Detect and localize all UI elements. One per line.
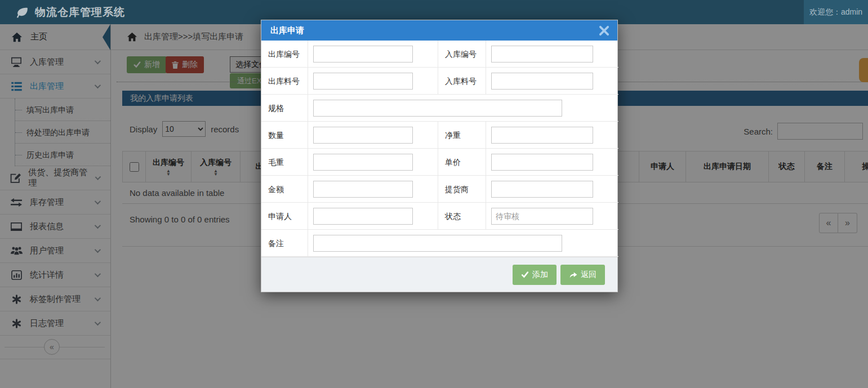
modal-row: 毛重 单价 bbox=[261, 149, 617, 176]
unit-price-input[interactable] bbox=[491, 154, 593, 171]
modal-row: 金额 提货商 bbox=[261, 176, 617, 203]
field-label: 入库料号 bbox=[438, 68, 486, 95]
field-label: 净重 bbox=[438, 122, 486, 149]
field-label: 申请人 bbox=[261, 203, 308, 230]
return-arrow-icon bbox=[569, 271, 577, 278]
modal-footer: 添加 返回 bbox=[261, 257, 617, 292]
field-label: 提货商 bbox=[438, 176, 486, 203]
modal-row: 规格 bbox=[261, 95, 617, 122]
modal-back-button[interactable]: 返回 bbox=[560, 265, 605, 285]
field-label: 规格 bbox=[261, 95, 308, 122]
outbound-request-modal: 出库申请 出库编号 入库编号 出库料号 入库料号 规格 数量 净重 毛重 单价 … bbox=[261, 20, 618, 292]
gross-weight-input[interactable] bbox=[313, 154, 413, 171]
status-input[interactable] bbox=[491, 208, 593, 225]
outbound-no-input[interactable] bbox=[313, 46, 413, 63]
field-label: 毛重 bbox=[261, 149, 308, 176]
check-icon bbox=[521, 271, 529, 278]
outbound-part-no-input[interactable] bbox=[313, 73, 413, 90]
field-label: 金额 bbox=[261, 176, 308, 203]
net-weight-input[interactable] bbox=[491, 127, 593, 144]
quantity-input[interactable] bbox=[313, 127, 413, 144]
field-label: 备注 bbox=[261, 230, 308, 257]
field-label: 数量 bbox=[261, 122, 308, 149]
modal-row: 数量 净重 bbox=[261, 122, 617, 149]
modal-row: 备注 bbox=[261, 230, 617, 257]
applicant-input[interactable] bbox=[313, 208, 413, 225]
close-icon[interactable] bbox=[599, 25, 609, 36]
modal-row: 申请人 状态 bbox=[261, 203, 617, 230]
remark-input[interactable] bbox=[313, 235, 562, 252]
modal-add-button[interactable]: 添加 bbox=[513, 265, 557, 285]
modal-row: 出库编号 入库编号 bbox=[261, 41, 617, 68]
app-title: 物流仓库管理系统 bbox=[35, 5, 125, 20]
modal-title: 出库申请 bbox=[261, 25, 304, 36]
field-label: 出库料号 bbox=[261, 68, 308, 95]
app-brand: 物流仓库管理系统 bbox=[0, 5, 125, 20]
inbound-no-input[interactable] bbox=[491, 46, 593, 63]
field-label: 出库编号 bbox=[261, 41, 308, 68]
field-label: 状态 bbox=[438, 203, 486, 230]
field-label: 单价 bbox=[438, 149, 486, 176]
leaf-logo-icon bbox=[15, 5, 29, 20]
inbound-part-no-input[interactable] bbox=[491, 73, 593, 90]
picker-input[interactable] bbox=[491, 181, 593, 198]
amount-input[interactable] bbox=[313, 181, 413, 198]
modal-header: 出库申请 bbox=[261, 20, 617, 41]
spec-input[interactable] bbox=[313, 100, 562, 117]
field-label: 入库编号 bbox=[438, 41, 486, 68]
modal-row: 出库料号 入库料号 bbox=[261, 68, 617, 95]
welcome-user: 欢迎您：admin bbox=[804, 0, 868, 24]
